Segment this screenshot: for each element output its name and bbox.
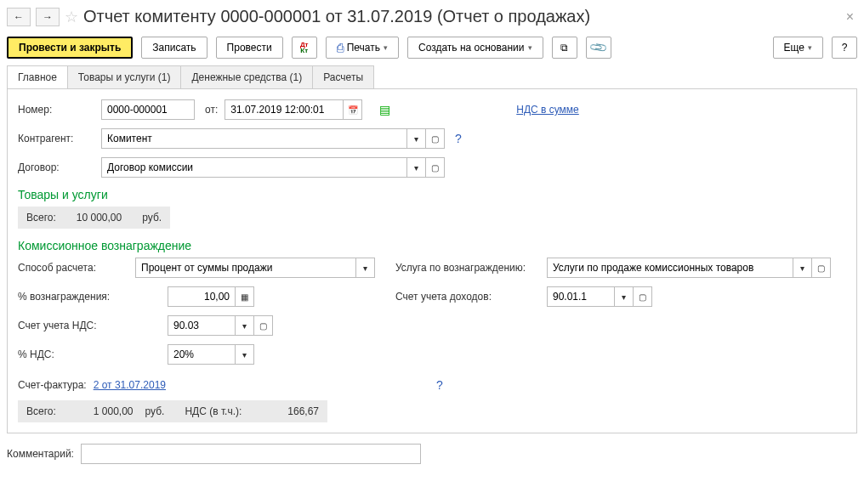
percent-calc[interactable]: ▦ [236,286,254,307]
calendar-button[interactable]: 📅 [344,99,362,120]
related-icon: ⧉ [560,42,568,54]
help-icon[interactable]: ? [436,378,443,392]
counterparty-label: Контрагент: [18,133,94,144]
number-label: Номер: [18,104,94,116]
tab-main[interactable]: Главное [8,66,68,88]
from-label: от: [205,104,218,116]
vat-rate-input[interactable] [168,344,236,365]
goods-total-label: Всего: [26,212,56,224]
service-dropdown[interactable]: ▾ [793,258,812,278]
service-open[interactable]: ▢ [812,258,831,278]
method-label: Способ расчета: [18,262,128,274]
nav-back-button[interactable]: ← [7,8,31,26]
vat-rate-dropdown[interactable]: ▾ [236,344,254,365]
create-based-label: Создать на основании [418,42,525,54]
commission-section-title: Комиссионное вознаграждение [18,239,846,252]
counterparty-dropdown[interactable]: ▾ [407,128,426,149]
paperclip-icon: 📎 [588,37,608,57]
dtct-button[interactable]: ДтКт [292,37,317,59]
vat-mode-link[interactable]: НДС в сумме [516,104,579,116]
attachments-button[interactable]: 📎 [586,37,611,59]
calendar-icon: 📅 [348,105,358,115]
vat-rate-label: % НДС: [18,348,128,360]
arrow-left-icon: ← [14,11,24,23]
income-account-label: Счет учета доходов: [395,291,540,303]
chevron-down-icon: ▾ [808,43,812,52]
star-icon[interactable]: ☆ [65,8,78,26]
page-title: Отчет комитенту 0000-000001 от 31.07.201… [83,7,838,26]
service-label: Услуга по вознаграждению: [395,262,540,274]
help-icon[interactable]: ? [455,132,462,145]
vat-account-label: Счет учета НДС: [18,320,128,331]
service-input[interactable] [547,258,793,278]
contract-dropdown[interactable]: ▾ [407,157,426,178]
income-account-dropdown[interactable]: ▾ [615,286,634,307]
more-button[interactable]: Еще ▾ [773,37,823,59]
income-account-input[interactable] [547,286,615,307]
comm-currency: руб. [145,405,165,417]
method-dropdown[interactable]: ▾ [356,258,375,278]
counterparty-open[interactable]: ▢ [426,128,445,149]
comm-total-label: Всего: [26,405,56,417]
number-input[interactable] [101,99,195,120]
print-label: Печать [347,42,380,54]
print-button[interactable]: ⎙ Печать ▾ [326,37,399,59]
contract-open[interactable]: ▢ [426,157,445,178]
commission-total-box: Всего: 1 000,00 руб. НДС (в т.ч.): 166,6… [18,400,327,422]
contract-input[interactable] [101,157,407,178]
arrow-right-icon: → [43,11,53,23]
nav-forward-button[interactable]: → [36,8,60,26]
vat-account-open[interactable]: ▢ [254,315,273,336]
post-button[interactable]: Провести [216,37,283,59]
percent-label: % вознаграждения: [18,291,128,303]
post-and-close-button[interactable]: Провести и закрыть [7,37,133,59]
method-input[interactable] [135,258,356,278]
create-based-button[interactable]: Создать на основании ▾ [407,37,543,59]
invoice-label: Счет-фактура: [18,379,87,391]
goods-currency: руб. [142,212,162,224]
dtct-icon: ДтКт [300,42,309,54]
income-account-open[interactable]: ▢ [634,286,652,307]
vat-incl-label: НДС (в т.ч.): [185,405,242,417]
write-button[interactable]: Записать [141,37,207,59]
percent-input[interactable] [168,286,236,307]
goods-section-title: Товары и услуги [18,188,846,201]
goods-total-box: Всего: 10 000,00 руб. [18,207,170,229]
goods-total-value: 10 000,00 [77,212,122,224]
counterparty-input[interactable] [101,128,407,149]
related-button[interactable]: ⧉ [552,37,577,59]
help-button[interactable]: ? [832,37,857,59]
chevron-down-icon: ▾ [528,43,532,52]
contract-label: Договор: [18,161,94,173]
vat-incl-value: 166,67 [287,405,319,417]
tab-cash[interactable]: Денежные средства (1) [181,66,313,88]
more-label: Еще [784,42,804,54]
tab-goods[interactable]: Товары и услуги (1) [68,66,182,88]
date-input[interactable] [225,99,344,120]
comm-total-value: 1 000,00 [94,405,134,417]
close-icon[interactable]: × [843,9,857,25]
vat-account-input[interactable] [168,315,236,336]
tab-calc[interactable]: Расчеты [313,66,373,88]
comment-input[interactable] [81,444,421,464]
approve-icon[interactable]: ▤ [379,103,390,116]
vat-account-dropdown[interactable]: ▾ [236,315,254,336]
printer-icon: ⎙ [337,41,344,54]
comment-label: Комментарий: [7,448,74,460]
chevron-down-icon: ▾ [384,43,388,52]
invoice-link[interactable]: 2 от 31.07.2019 [94,379,166,391]
